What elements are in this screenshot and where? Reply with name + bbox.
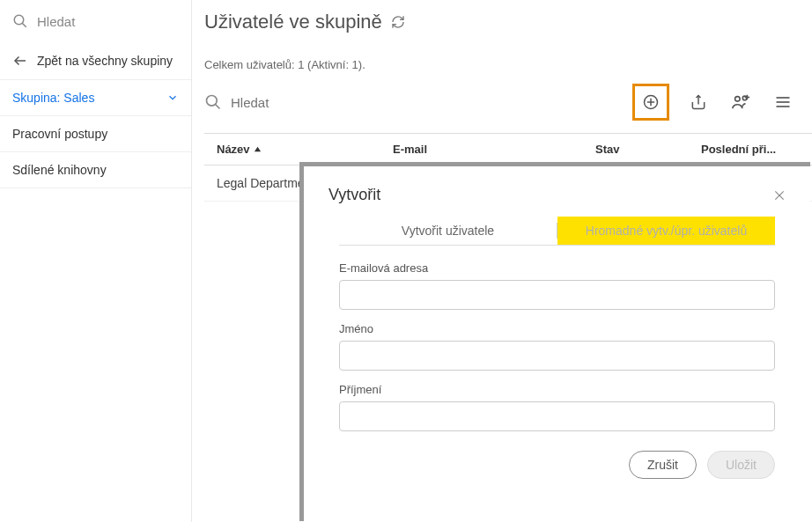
modal-tabs: Vytvořit uživatele Hromadné vytv./úpr. u…: [339, 217, 775, 246]
modal-title: Vytvořit: [328, 186, 380, 204]
email-field[interactable]: [339, 280, 775, 310]
last-name-field[interactable]: [339, 401, 775, 431]
sort-asc-icon: [254, 145, 262, 153]
export-button[interactable]: [685, 89, 712, 115]
svg-point-0: [14, 15, 24, 25]
sidebar-item-group[interactable]: Skupina: Sales: [0, 80, 191, 116]
group-label: Skupina: Sales: [12, 91, 94, 105]
first-name-field[interactable]: [339, 341, 775, 371]
sidebar-item-shared-libraries[interactable]: Sdílené knihovny: [0, 152, 191, 188]
toolbar: [204, 80, 812, 133]
sidebar-item-label: Pracovní postupy: [12, 127, 107, 141]
refresh-icon[interactable]: [391, 15, 405, 29]
svg-point-3: [207, 96, 218, 107]
first-name-label: Jméno: [339, 322, 775, 335]
arrow-left-icon: [12, 53, 28, 69]
cancel-button[interactable]: Zrušit: [629, 451, 697, 479]
toolbar-search[interactable]: [204, 93, 629, 111]
svg-line-4: [216, 105, 220, 109]
tab-bulk-create[interactable]: Hromadné vytv./úpr. uživatelů: [557, 217, 775, 245]
column-header-status[interactable]: Stav: [595, 143, 701, 156]
search-icon: [204, 93, 222, 111]
sidebar-search-placeholder: Hledat: [37, 14, 75, 29]
svg-marker-16: [254, 147, 260, 151]
svg-point-9: [735, 97, 741, 102]
add-user-highlight: [632, 84, 669, 121]
table-header: Název E-mail Stav Poslední při...: [204, 133, 812, 165]
search-icon: [12, 13, 28, 29]
modal-header: Vytvořit: [304, 166, 810, 217]
tab-create-user[interactable]: Vytvořit uživatele: [339, 217, 557, 245]
modal-footer: Zrušit Uložit: [304, 444, 810, 479]
sidebar-item-label: Sdílené knihovny: [12, 163, 107, 177]
email-label: E-mailová adresa: [339, 261, 775, 275]
toolbar-actions: [632, 84, 812, 121]
search-input[interactable]: [231, 95, 407, 110]
chevron-down-icon: [166, 92, 179, 104]
menu-button[interactable]: [770, 89, 796, 115]
add-user-button[interactable]: [638, 89, 664, 115]
page-title: Uživatelé ve skupině: [204, 11, 812, 33]
column-header-email[interactable]: E-mail: [393, 143, 595, 156]
sidebar-item-workflows[interactable]: Pracovní postupy: [0, 116, 191, 152]
column-header-name[interactable]: Název: [217, 143, 393, 156]
sidebar-search[interactable]: Hledat: [0, 0, 191, 42]
back-to-groups[interactable]: Zpět na všechny skupiny: [0, 42, 191, 80]
sidebar: Hledat Zpět na všechny skupiny Skupina: …: [0, 0, 192, 522]
back-label: Zpět na všechny skupiny: [37, 54, 173, 68]
svg-line-1: [22, 23, 26, 27]
column-header-last-login[interactable]: Poslední při...: [701, 143, 812, 156]
create-user-modal: Vytvořit Vytvořit uživatele Hromadné vyt…: [299, 162, 810, 521]
user-count-summary: Celkem uživatelů: 1 (Aktivní: 1).: [204, 58, 812, 71]
group-admins-button[interactable]: [727, 89, 754, 115]
modal-body: E-mailová adresa Jméno Příjmení: [304, 246, 810, 431]
save-button[interactable]: Uložit: [707, 451, 775, 479]
close-icon[interactable]: [773, 189, 786, 202]
last-name-label: Příjmení: [339, 383, 775, 396]
